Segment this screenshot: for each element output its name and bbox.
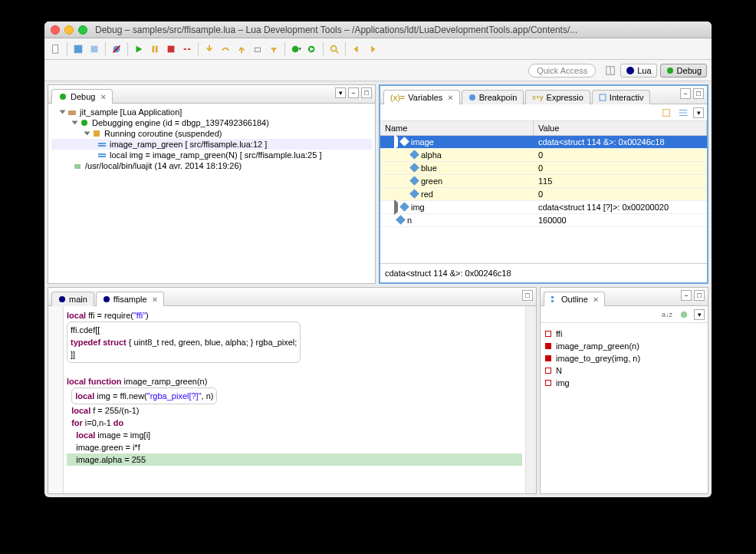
variable-row[interactable]: blue 0 [380, 162, 707, 175]
close-icon[interactable]: × [593, 295, 598, 304]
svg-point-24 [81, 120, 87, 126]
outline-panel: Outline× − □ a↓z ▾ ffi image_ramp_green(… [540, 287, 708, 494]
editor-tab-main[interactable]: main [51, 292, 94, 306]
maximize-view-button[interactable]: □ [361, 87, 372, 98]
close-icon[interactable]: × [153, 295, 157, 304]
var-icon [545, 380, 551, 386]
svg-rect-26 [98, 143, 106, 144]
tab-label: Expressio [547, 93, 583, 102]
drop-frame-button[interactable] [251, 42, 265, 56]
view-menu-button[interactable]: ▾ [335, 87, 346, 98]
save-button[interactable] [71, 42, 85, 56]
debug-perspective-button[interactable]: Debug [660, 64, 707, 77]
view-menu-button[interactable]: ▾ [694, 309, 705, 320]
collapse-button[interactable] [676, 106, 690, 120]
nav-fwd-button[interactable] [366, 42, 380, 56]
debug-dropdown-button[interactable] [289, 42, 303, 56]
quick-access-input[interactable]: Quick Access [528, 64, 596, 77]
outline-item[interactable]: N [545, 364, 703, 377]
editor-tab-ffisample[interactable]: ffisample× [96, 292, 164, 306]
breakpoint-icon [468, 94, 476, 101]
close-icon[interactable]: × [448, 93, 452, 102]
view-menu-button[interactable]: ▾ [693, 107, 704, 118]
svg-rect-7 [156, 45, 158, 52]
disconnect-button[interactable] [180, 42, 194, 56]
outline-item[interactable]: ffi [545, 328, 703, 340]
process-icon [73, 161, 82, 170]
sort-button[interactable]: a↓z [660, 308, 674, 322]
maximize-icon[interactable] [78, 25, 87, 35]
code-editor[interactable]: local ffi = require("ffi") ffi.cdef[[ ty… [48, 306, 536, 493]
new-button[interactable] [49, 42, 63, 56]
tab-label: main [69, 295, 87, 304]
variable-row[interactable]: image cdata<struct 114 &>: 0x00246c18 [380, 136, 707, 149]
close-icon[interactable] [51, 25, 60, 35]
close-icon[interactable]: × [100, 92, 105, 101]
name-column-header[interactable]: Name [380, 121, 534, 135]
run-dropdown-button[interactable] [305, 42, 319, 56]
maximize-view-button[interactable]: □ [693, 88, 704, 99]
stack-frame[interactable]: local img = image_ramp_green(N) [ src/ff… [51, 150, 372, 160]
step-return-button[interactable] [235, 42, 248, 56]
breakpoints-tab[interactable]: Breakpoin [462, 90, 524, 104]
minimize-view-button[interactable]: − [680, 88, 691, 99]
suspend-button[interactable] [148, 42, 162, 56]
open-perspective-button[interactable] [603, 64, 617, 77]
variable-row[interactable]: n 160000 [380, 214, 707, 227]
show-type-button[interactable] [659, 106, 673, 120]
tab-label: Debug [71, 92, 95, 101]
lua-perspective-button[interactable]: Lua [620, 64, 656, 77]
maximize-view-button[interactable]: □ [694, 290, 705, 301]
engine-icon [80, 118, 89, 127]
step-over-button[interactable] [219, 42, 232, 56]
process-node[interactable]: /usr/local/bin/luajit (14 avr. 2014 18:1… [51, 160, 372, 171]
editor-gutter[interactable] [48, 306, 64, 493]
value-column-header[interactable]: Value [534, 121, 707, 135]
resume-button[interactable] [132, 42, 146, 56]
minimize-view-button[interactable]: − [348, 87, 359, 98]
outline-tab[interactable]: Outline× [544, 292, 605, 306]
save-all-button[interactable] [87, 42, 101, 56]
interactive-tab[interactable]: Interactiv [592, 90, 651, 104]
filter-button[interactable] [677, 308, 691, 322]
step-into-button[interactable] [202, 42, 216, 56]
perspective-label: Lua [637, 66, 651, 75]
variables-tab[interactable]: (x)=Variables× [383, 90, 460, 104]
minimize-view-button[interactable]: − [681, 290, 692, 301]
step-filter-button[interactable] [267, 42, 281, 56]
launch-node[interactable]: jit_sample [Lua Application] [51, 107, 372, 117]
bug-icon [58, 92, 67, 101]
stack-frame[interactable]: image_ramp_green [ src/ffisample.lua:12 … [51, 139, 372, 150]
thread-node[interactable]: Running coroutine (suspended) [51, 128, 372, 139]
svg-rect-2 [91, 45, 98, 52]
engine-node[interactable]: Debugging engine (id = dbgp_139749236618… [51, 117, 372, 128]
expressions-tab[interactable]: x+yExpressio [525, 90, 590, 104]
variables-panel: (x)=Variables× Breakpoin x+yExpressio In… [379, 84, 708, 284]
variable-row[interactable]: red 0 [380, 188, 707, 201]
outline-item[interactable]: image_ramp_green(n) [545, 340, 703, 352]
svg-point-21 [667, 68, 673, 74]
main-area: Debug × ▾ − □ jit_sample [Lua Applicatio… [44, 81, 712, 497]
outline-icon [551, 295, 558, 303]
minimize-icon[interactable] [64, 25, 74, 35]
variable-row[interactable]: img cdata<struct 114 [?]>: 0x00200020 [380, 201, 707, 214]
outline-item[interactable]: image_to_grey(img, n) [545, 352, 703, 364]
debug-tree[interactable]: jit_sample [Lua Application] Debugging e… [48, 104, 375, 283]
debug-tab[interactable]: Debug × [51, 89, 113, 104]
variables-table[interactable]: Name Value image cdata<struct 114 &>: 0x… [380, 121, 707, 263]
window-title: Debug – samples/src/ffisample.lua – Lua … [95, 25, 705, 35]
outline-list[interactable]: ffi image_ramp_green(n) image_to_grey(im… [541, 323, 708, 493]
variable-row[interactable]: green 115 [380, 175, 707, 188]
terminate-button[interactable] [164, 42, 178, 56]
editor-scrollbar[interactable] [525, 306, 536, 493]
outline-item[interactable]: img [545, 377, 703, 389]
svg-rect-9 [255, 48, 261, 51]
nav-back-button[interactable] [350, 42, 363, 56]
skip-breakpoints-button[interactable] [110, 42, 123, 56]
maximize-view-button[interactable]: □ [522, 290, 533, 301]
search-button[interactable] [327, 42, 341, 56]
launch-icon [67, 107, 77, 117]
lua-file-icon [103, 295, 110, 303]
variable-row[interactable]: alpha 0 [380, 149, 707, 162]
ide-window: Debug – samples/src/ffisample.lua – Lua … [44, 21, 712, 497]
